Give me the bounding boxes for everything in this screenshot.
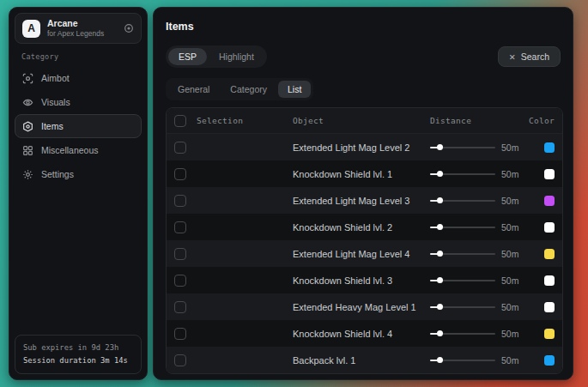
distance-slider[interactable] (430, 329, 495, 339)
table-row: Extended Light Mag Level 2 50m (167, 134, 562, 160)
distance-value: 50m (501, 169, 518, 179)
distance-slider[interactable] (430, 355, 495, 366)
row-checkbox[interactable] (174, 168, 186, 180)
tab-highlight[interactable]: Highlight (209, 48, 264, 65)
color-swatch[interactable] (544, 142, 555, 153)
object-name: Knockdown Shield lvl. 3 (293, 275, 430, 286)
eye-icon (22, 97, 33, 108)
object-name: Knockdown Shield lvl. 4 (293, 329, 430, 339)
distance-value: 50m (501, 355, 518, 366)
topbar: ESP Highlight ✕ Search (166, 45, 561, 68)
gear-icon (22, 169, 33, 180)
distance-slider[interactable] (430, 169, 495, 179)
tab-list[interactable]: List (278, 81, 311, 98)
color-swatch[interactable] (544, 169, 555, 179)
color-swatch[interactable] (544, 302, 555, 312)
distance-value: 50m (501, 275, 518, 286)
pin-icon[interactable] (124, 23, 134, 33)
distance-value: 50m (501, 142, 518, 153)
distance-slider[interactable] (430, 222, 495, 233)
object-name: Extended Light Mag Level 3 (293, 196, 430, 206)
row-checkbox[interactable] (174, 248, 186, 260)
search-label: Search (521, 51, 549, 62)
sidebar-item-aimbot[interactable]: Aimbot (15, 66, 142, 90)
tab-esp[interactable]: ESP (168, 48, 207, 65)
app-header: A Arcane for Apex Legends (15, 13, 142, 44)
object-name: Knockdown Shield lvl. 1 (293, 169, 430, 179)
app-subtitle: for Apex Legends (47, 29, 117, 39)
items-table: Selection Object Distance Color Extended… (166, 107, 563, 374)
distance-value: 50m (501, 196, 518, 206)
object-name: Backpack lvl. 1 (293, 355, 430, 366)
sidebar-item-items[interactable]: Items (15, 114, 142, 138)
sidebar-item-label: Visuals (41, 97, 70, 107)
object-name: Extended Light Mag Level 2 (293, 142, 430, 153)
app-logo: A (22, 20, 40, 38)
row-checkbox[interactable] (174, 142, 186, 154)
distance-slider[interactable] (430, 275, 495, 286)
x-icon: ✕ (509, 52, 516, 62)
table-row: Extended Light Mag Level 4 50m (167, 240, 562, 267)
app-meta: Arcane for Apex Legends (47, 18, 117, 39)
column-header-color: Color (529, 116, 555, 125)
object-name: Extended Light Mag Level 4 (293, 249, 430, 259)
select-all-checkbox[interactable] (174, 115, 186, 127)
color-swatch[interactable] (544, 222, 555, 233)
distance-slider[interactable] (430, 249, 495, 259)
sidebar-item-visuals[interactable]: Visuals (15, 90, 142, 114)
color-swatch[interactable] (544, 196, 555, 206)
distance-slider[interactable] (430, 142, 495, 153)
app-name: Arcane (47, 18, 117, 29)
table-header: Selection Object Distance Color (167, 108, 562, 134)
row-checkbox[interactable] (174, 354, 186, 366)
subscription-info-box: Sub expires in 9d 23h Session duration 3… (15, 335, 142, 374)
grid-icon (22, 145, 33, 156)
row-checkbox[interactable] (174, 221, 186, 233)
table-row: Backpack lvl. 1 50m (167, 347, 562, 373)
tab-general[interactable]: General (168, 81, 219, 98)
distance-value: 50m (501, 222, 518, 233)
table-row: Knockdown Shield lvl. 3 50m (167, 267, 562, 293)
distance-slider[interactable] (430, 196, 495, 206)
object-name: Knockdown Shield lvl. 2 (293, 222, 430, 233)
sidebar: A Arcane for Apex Legends Category Aimbo… (9, 7, 148, 380)
sidebar-nav: Aimbot Visuals Items Miscellaneous Setti… (9, 66, 147, 186)
session-duration-text: Session duration 3m 14s (23, 354, 133, 367)
tab-category[interactable]: Category (221, 81, 276, 98)
category-section-label: Category (21, 52, 147, 61)
sidebar-item-miscellaneous[interactable]: Miscellaneous (15, 138, 142, 162)
object-name: Extended Heavy Mag Level 1 (293, 302, 430, 312)
view-tabs: General Category List (166, 78, 313, 100)
table-row: Extended Heavy Mag Level 1 50m (167, 293, 562, 320)
row-checkbox[interactable] (174, 301, 186, 313)
table-row: Knockdown Shield lvl. 2 50m (167, 214, 562, 240)
main-panel: Items ESP Highlight ✕ Search General Cat… (153, 7, 573, 380)
mode-tabs: ESP Highlight (166, 45, 267, 68)
sidebar-item-label: Miscellaneous (41, 145, 99, 155)
sub-expires-text: Sub expires in 9d 23h (23, 342, 133, 354)
color-swatch[interactable] (544, 355, 555, 366)
distance-value: 50m (501, 302, 518, 312)
package-icon (22, 121, 33, 132)
color-swatch[interactable] (544, 329, 555, 339)
sidebar-item-label: Settings (41, 169, 74, 179)
column-header-selection: Selection (197, 116, 293, 125)
sidebar-item-settings[interactable]: Settings (15, 162, 142, 186)
search-button[interactable]: ✕ Search (498, 46, 561, 67)
sidebar-item-label: Aimbot (41, 73, 70, 83)
column-header-object: Object (293, 116, 430, 125)
color-swatch[interactable] (544, 275, 555, 286)
table-row: Knockdown Shield lvl. 1 50m (167, 160, 562, 187)
color-swatch[interactable] (544, 249, 555, 259)
table-row: Knockdown Shield lvl. 4 50m (167, 320, 562, 347)
row-checkbox[interactable] (174, 195, 186, 207)
distance-value: 50m (501, 249, 518, 259)
row-checkbox[interactable] (174, 275, 186, 287)
column-header-distance: Distance (430, 116, 528, 125)
distance-slider[interactable] (430, 302, 495, 312)
distance-value: 50m (501, 329, 518, 339)
row-checkbox[interactable] (174, 328, 186, 340)
sidebar-item-label: Items (41, 121, 64, 131)
table-row: Extended Light Mag Level 3 50m (167, 187, 562, 214)
page-title: Items (166, 21, 573, 33)
